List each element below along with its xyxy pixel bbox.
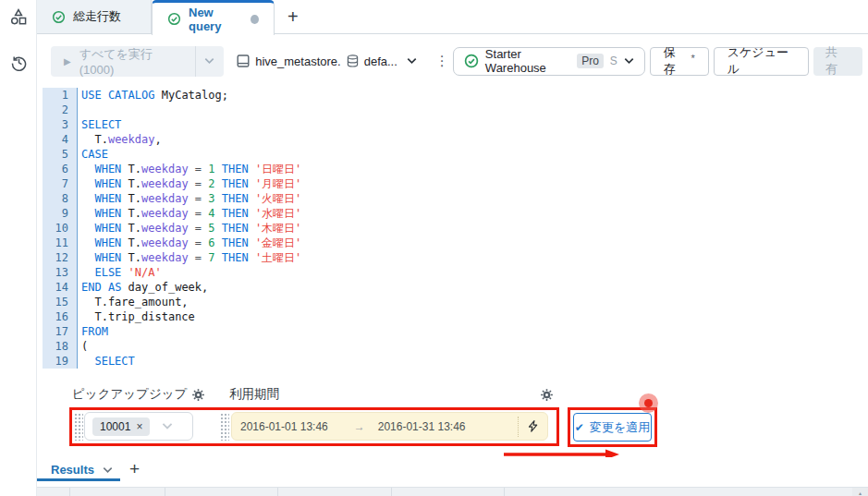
- date-end-value: 2016-01-31 13:46: [378, 420, 466, 433]
- database-icon: [346, 54, 360, 68]
- save-button[interactable]: 保 存 *: [650, 47, 709, 76]
- history-icon[interactable]: [8, 52, 29, 72]
- param-pickup-zip-label: ピックアップジップ: [72, 386, 187, 403]
- code-line: 15 T.fare_amount,: [43, 295, 868, 309]
- code-line: 1USE CATALOG MyCatalog;: [43, 88, 868, 103]
- results-tab[interactable]: Results: [51, 463, 113, 477]
- apply-changes-label: 変更を適用: [590, 419, 650, 436]
- chip-value: 10001: [100, 420, 130, 433]
- notebook-icon: [236, 54, 251, 68]
- tab-total-runs[interactable]: 総走行数: [37, 0, 152, 33]
- add-results-tab-button[interactable]: +: [129, 459, 140, 479]
- chevron-down-icon: [407, 57, 417, 65]
- parameters-panel: ピックアップジップ 利用期間 10001 ×: [37, 379, 868, 464]
- check-icon: ✔: [575, 421, 584, 434]
- schema-name: defa...: [364, 54, 397, 68]
- code-line: 3SELECT: [43, 117, 868, 132]
- tab-label: New query: [189, 6, 243, 33]
- results-bar: Results +: [37, 457, 868, 487]
- drag-handle[interactable]: [74, 413, 83, 441]
- code-line: 7 WHEN T.weekday = 2 THEN '月曜日': [43, 176, 868, 191]
- annotation-box-apply: ✔ 変更を適用: [568, 407, 657, 447]
- gear-icon[interactable]: [539, 387, 554, 402]
- code-line: 4 T.weekday,: [43, 132, 868, 147]
- date-range-input[interactable]: 2016-01-01 13:46 → 2016-01-31 13:46: [231, 412, 548, 441]
- kebab-menu-button[interactable]: ⋮: [432, 53, 453, 69]
- tab-bar: 総走行数 New query +: [37, 0, 868, 34]
- param-period-label: 利用期間: [229, 386, 279, 403]
- code-line: 2: [43, 103, 868, 117]
- code-line: 14END AS day_of_week,: [43, 280, 868, 295]
- catalog-schema-selector[interactable]: hive_metastore. defa...: [236, 54, 417, 68]
- unsaved-dot-icon: [251, 15, 259, 24]
- results-table-header: ▴: [37, 487, 868, 496]
- annotation-click-marker: [639, 393, 658, 413]
- toolbar: ▶ すべてを実行 (1000) hive_metastore.: [37, 34, 868, 88]
- save-dirty-mark: *: [691, 53, 694, 64]
- workspace-shapes-icon[interactable]: [8, 6, 29, 27]
- range-arrow-icon: →: [354, 420, 365, 433]
- query-saved-check-icon: [52, 10, 66, 24]
- code-line: 18(: [43, 339, 868, 354]
- code-line: 8 WHEN T.weekday = 3 THEN '火曜日': [43, 191, 868, 206]
- warehouse-size: S: [610, 54, 617, 67]
- date-start-value: 2016-01-01 13:46: [240, 420, 328, 433]
- quick-pick-bolt-icon[interactable]: [527, 419, 539, 433]
- sql-editor-window: 総走行数 New query + ▶ すべてを実行 (1000): [0, 0, 868, 496]
- warehouse-status-icon: [464, 54, 479, 68]
- run-all-button[interactable]: ▶ すべてを実行 (1000): [51, 46, 224, 77]
- value-chip: 10001 ×: [92, 417, 150, 436]
- sort-icon[interactable]: ▴: [852, 488, 868, 496]
- chevron-down-icon: [624, 57, 634, 65]
- pickup-zip-select[interactable]: 10001 ×: [84, 412, 193, 441]
- save-label: 保 存: [664, 44, 689, 78]
- query-saved-check-icon: [167, 12, 181, 26]
- tab-label: 総走行数: [73, 8, 121, 25]
- code-line: 12 WHEN T.weekday = 7 THEN '土曜日': [43, 250, 868, 265]
- warehouse-tier-badge: Pro: [577, 54, 604, 68]
- sql-code-editor[interactable]: 1USE CATALOG MyCatalog;23SELECT4 T.weekd…: [37, 88, 868, 376]
- annotation-box-widgets: 10001 × 2016-01-01 13:46 → 2016-01-31 13…: [69, 407, 559, 446]
- divider: [518, 417, 519, 437]
- code-line: 9 WHEN T.weekday = 4 THEN '水曜日': [43, 206, 868, 221]
- code-line: 6 WHEN T.weekday = 1 THEN '日曜日': [43, 162, 868, 176]
- code-line: 11 WHEN T.weekday = 6 THEN '金曜日': [43, 236, 868, 250]
- results-tab-label: Results: [51, 463, 94, 477]
- schedule-label: スケジュール: [727, 44, 795, 78]
- share-button[interactable]: 共 有: [813, 47, 862, 76]
- code-line: 19 SELECT: [43, 354, 868, 369]
- share-label: 共 有: [825, 44, 850, 78]
- add-tab-button[interactable]: +: [287, 7, 299, 26]
- warehouse-name: Starter Warehouse: [485, 47, 570, 75]
- schedule-button[interactable]: スケジュール: [714, 47, 809, 76]
- catalog-name: hive_metastore.: [255, 54, 341, 68]
- code-line: 5CASE: [43, 147, 868, 162]
- chevron-down-icon[interactable]: [103, 466, 113, 474]
- code-line: 16 T.trip_distance: [43, 309, 868, 324]
- code-lines: 1USE CATALOG MyCatalog;23SELECT4 T.weekd…: [43, 88, 868, 369]
- tab-new-query[interactable]: New query: [152, 0, 275, 35]
- code-line: 10 WHEN T.weekday = 5 THEN '木曜日': [43, 221, 868, 236]
- apply-changes-button[interactable]: ✔ 変更を適用: [573, 413, 652, 442]
- chip-close-icon[interactable]: ×: [136, 420, 142, 433]
- play-icon: ▶: [64, 56, 71, 67]
- run-options-chevron[interactable]: [195, 46, 225, 77]
- drag-handle[interactable]: [220, 413, 229, 441]
- sidebar: [0, 0, 37, 496]
- gear-icon[interactable]: [190, 387, 205, 402]
- warehouse-selector[interactable]: Starter Warehouse Pro S: [453, 47, 645, 76]
- code-line: 13 ELSE 'N/A': [43, 265, 868, 280]
- chevron-down-icon: [162, 422, 173, 430]
- active-tab-underline: [37, 478, 120, 481]
- run-all-label: すべてを実行 (1000): [79, 46, 182, 77]
- code-line: 17FROM: [43, 324, 868, 339]
